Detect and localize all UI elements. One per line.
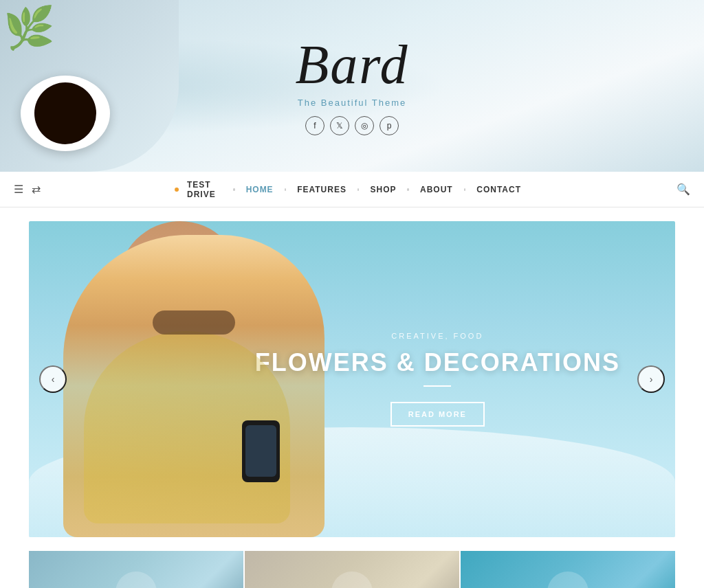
coffee-decoration: 🌿 [0, 0, 179, 172]
phone-screen [245, 425, 276, 477]
social-icons-group: f 𝕏 ◎ p [305, 116, 399, 135]
twitter-icon[interactable]: 𝕏 [330, 116, 349, 135]
nav-menu: TEST DRIVE HOME FEATURES SHOP ABOUT CONT… [176, 180, 528, 199]
pinterest-icon[interactable]: p [380, 116, 399, 135]
hamburger-menu-icon[interactable]: ☰ [14, 183, 23, 196]
sunglasses-decoration [153, 310, 235, 335]
nav-separator [285, 188, 287, 191]
thumbnail-3[interactable] [461, 551, 675, 588]
nav-left-controls: ☰ ⇄ [14, 183, 41, 196]
coffee-cup [21, 76, 110, 151]
hero-prev-button[interactable]: ‹ [39, 365, 67, 393]
nav-item-contact[interactable]: CONTACT [470, 185, 528, 194]
instagram-icon[interactable]: ◎ [355, 116, 374, 135]
nav-item-shop[interactable]: SHOP [363, 185, 403, 194]
nav-item-about[interactable]: ABOUT [413, 185, 460, 194]
thumbnail-1[interactable] [29, 551, 243, 588]
hero-category: CREATIVE, FOOD [255, 332, 620, 340]
hero-divider [424, 385, 451, 387]
eucalyptus-icon: 🌿 [3, 3, 55, 52]
hero-next-button[interactable]: › [637, 365, 665, 393]
thumb-1-placeholder [116, 572, 157, 588]
post-thumbnails [29, 551, 675, 588]
facebook-icon[interactable]: f [305, 116, 324, 135]
thumb-3-placeholder [547, 572, 588, 588]
nav-separator [407, 188, 409, 191]
thumbnail-2[interactable] [245, 551, 459, 588]
search-icon[interactable]: 🔍 [676, 183, 690, 196]
share-icon[interactable]: ⇄ [32, 183, 41, 196]
hero-read-more-button[interactable]: READ MORE [390, 402, 485, 427]
nav-separator [464, 188, 466, 191]
coffee-liquid [34, 82, 96, 144]
nav-separator [233, 188, 235, 191]
nav-item-features[interactable]: FEATURES [290, 185, 353, 194]
main-nav: ☰ ⇄ TEST DRIVE HOME FEATURES SHOP ABOUT … [0, 172, 704, 207]
thumb-2-placeholder [331, 572, 373, 588]
site-title: Bard [295, 37, 408, 92]
site-header: 🌿 Bard The Beautiful Theme f 𝕏 ◎ p [0, 0, 704, 172]
nav-item-home[interactable]: HOME [239, 185, 280, 194]
site-subtitle: The Beautiful Theme [298, 98, 406, 108]
hero-slider: CREATIVE, FOOD FLOWERS & DECORATIONS REA… [29, 221, 675, 537]
nav-item-test-drive[interactable]: TEST DRIVE [176, 180, 229, 199]
phone-decoration [242, 420, 280, 482]
hero-title: FLOWERS & DECORATIONS [255, 348, 620, 377]
hero-text-content: CREATIVE, FOOD FLOWERS & DECORATIONS REA… [255, 332, 620, 427]
nav-separator [358, 188, 360, 191]
